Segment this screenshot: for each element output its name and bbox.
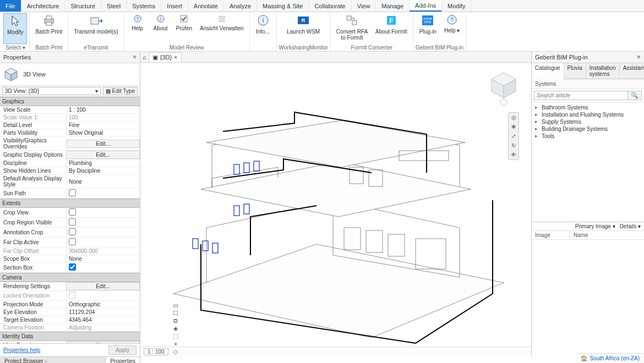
menu-tab-view[interactable]: View bbox=[352, 0, 376, 12]
view-control-icon[interactable]: ⌖ bbox=[172, 340, 179, 348]
tree-item[interactable]: Building Drainage Systems bbox=[534, 125, 642, 133]
tree-item[interactable]: Tools bbox=[534, 133, 642, 140]
viewcube[interactable] bbox=[487, 68, 520, 107]
prop-value[interactable]: Edit... bbox=[66, 140, 140, 148]
prop-value[interactable]: Edit... bbox=[66, 151, 140, 159]
primary-image-dropdown[interactable]: Primary Image ▾ bbox=[575, 223, 615, 229]
close-icon[interactable]: × bbox=[637, 53, 641, 61]
view-tab[interactable]: ▣ {3D} × bbox=[149, 52, 182, 62]
menu-tab-annotate[interactable]: Annotate bbox=[188, 0, 224, 12]
ribbon-convert-rfa-to-formit[interactable]: Convert RFAto FormIt bbox=[333, 13, 371, 44]
prop-section-header[interactable]: Camera bbox=[0, 273, 140, 282]
prop-value[interactable]: Orthographic bbox=[66, 301, 140, 308]
tree-item[interactable]: Supply Systems bbox=[534, 118, 642, 125]
locale-bar[interactable]: 🏠 South Africa (en-ZA) bbox=[576, 353, 644, 363]
menu-tab-collaborate[interactable]: Collaborate bbox=[309, 0, 351, 12]
prop-checkbox[interactable] bbox=[69, 238, 76, 245]
view-control-icon[interactable]: ▭ bbox=[172, 302, 179, 310]
steering-wheel-icon[interactable]: ◎ bbox=[511, 114, 516, 120]
prop-value[interactable] bbox=[66, 291, 140, 300]
lookaround-icon[interactable]: 👁 bbox=[511, 152, 516, 158]
prop-value[interactable]: Plumbing bbox=[66, 160, 140, 167]
model-canvas[interactable]: ◎ ✥ ⤢ ↻ 👁 1 : 100 ▭☐⧉◈⬚⌖◇⬡◫✦☰⤢< bbox=[140, 63, 531, 356]
prop-value[interactable] bbox=[66, 189, 140, 198]
bottom-tab[interactable]: Project Browser - Schueco_Building_Geber… bbox=[0, 357, 106, 363]
ribbon-pr-fen[interactable]: Prüfen bbox=[173, 13, 195, 44]
search-icon[interactable]: 🔍 bbox=[628, 91, 642, 100]
prop-value[interactable]: By Discipline bbox=[66, 167, 140, 174]
geberit-tab-pluvia[interactable]: Pluvia bbox=[564, 63, 586, 79]
ribbon-info-[interactable]: iInfo... bbox=[252, 13, 274, 50]
prop-checkbox[interactable] bbox=[69, 218, 76, 226]
edit-type-button[interactable]: ▦ Edit Type bbox=[103, 87, 138, 95]
geberit-tab-assistants[interactable]: Assistants bbox=[620, 63, 644, 79]
close-icon[interactable]: × bbox=[133, 53, 137, 61]
prop-checkbox[interactable] bbox=[69, 208, 76, 216]
menu-tab-add-ins[interactable]: Add-Ins bbox=[410, 0, 442, 12]
prop-checkbox[interactable] bbox=[69, 189, 76, 196]
prop-section-header[interactable]: Identity Data bbox=[0, 332, 140, 341]
prop-value[interactable] bbox=[66, 263, 140, 272]
tree-item[interactable]: Bathroom Systems bbox=[534, 104, 642, 111]
prop-value[interactable]: 11129.204 bbox=[66, 309, 140, 316]
view-control-icon[interactable]: ⧉ bbox=[172, 317, 179, 325]
apply-button[interactable]: Apply bbox=[108, 345, 137, 355]
details-dropdown[interactable]: Details ▾ bbox=[620, 223, 641, 229]
view-control-icon[interactable]: ◇ bbox=[172, 348, 179, 356]
bottom-tab[interactable]: Properties bbox=[106, 357, 140, 363]
menu-tab-manage[interactable]: Manage bbox=[376, 0, 410, 12]
prop-section-header[interactable]: Graphics bbox=[0, 97, 140, 106]
svg-point-49 bbox=[500, 99, 507, 106]
prop-value[interactable]: 1 : 100 bbox=[66, 106, 140, 113]
properties-type-header[interactable]: 3D View bbox=[0, 63, 140, 86]
prop-checkbox[interactable] bbox=[69, 263, 76, 271]
ribbon-batch-print[interactable]: Batch Print bbox=[32, 13, 66, 44]
menu-tab-analyze[interactable]: Analyze bbox=[224, 0, 257, 12]
zoom-icon[interactable]: ⤢ bbox=[511, 133, 516, 139]
home-icon[interactable]: ⌂ bbox=[143, 54, 146, 61]
prop-value[interactable]: 4345.464 bbox=[66, 316, 140, 323]
properties-help-link[interactable]: Properties help bbox=[3, 347, 40, 353]
ribbon-launch-wsm[interactable]: RLaunch WSM bbox=[283, 13, 323, 44]
view-control-icon[interactable]: ◈ bbox=[172, 325, 179, 333]
prop-value[interactable] bbox=[66, 228, 140, 237]
ribbon-about[interactable]: iAbout bbox=[150, 13, 172, 44]
prop-value[interactable]: None bbox=[66, 178, 140, 185]
prop-value[interactable] bbox=[66, 208, 140, 217]
menu-tab-insert[interactable]: Insert bbox=[161, 0, 188, 12]
prop-value[interactable] bbox=[66, 218, 140, 227]
menu-tab-systems[interactable]: Systems bbox=[127, 0, 161, 12]
prop-section-header[interactable]: Extents bbox=[0, 199, 140, 208]
tree-item[interactable]: Installation and Flushing Systems bbox=[534, 111, 642, 118]
menu-tab-file[interactable]: File bbox=[0, 0, 21, 12]
ribbon-about-formit[interactable]: FAbout FormIt bbox=[372, 13, 411, 44]
menu-tab-steel[interactable]: Steel bbox=[101, 0, 127, 12]
menu-tab-massing-site[interactable]: Massing & Site bbox=[257, 0, 309, 12]
view-control-icon[interactable]: ☐ bbox=[172, 310, 179, 317]
view-control-icon[interactable]: ⬡ bbox=[172, 356, 179, 357]
close-icon[interactable]: × bbox=[174, 54, 177, 61]
prop-checkbox[interactable] bbox=[69, 228, 76, 235]
prop-value[interactable]: Edit... bbox=[66, 282, 140, 290]
ribbon-modify[interactable]: Modify bbox=[3, 13, 27, 44]
orbit-icon[interactable]: ↻ bbox=[511, 142, 516, 148]
prop-value[interactable]: Show Original bbox=[66, 129, 140, 136]
view-control-icon[interactable]: ⬚ bbox=[172, 333, 179, 340]
prop-value[interactable]: Fine bbox=[66, 122, 140, 129]
instance-dropdown[interactable]: 3D View: {3D} ▾ bbox=[2, 87, 101, 95]
pan-icon[interactable]: ✥ bbox=[511, 124, 516, 130]
ribbon-help-[interactable]: ?Help ▾ bbox=[441, 13, 463, 44]
view-scale[interactable]: 1 : 100 bbox=[144, 348, 168, 355]
prop-value[interactable]: None bbox=[66, 255, 140, 262]
ribbon-plug-in[interactable]: KNOWHOWPlug-in bbox=[416, 13, 440, 44]
geberit-tab-catalogue[interactable]: Catalogue bbox=[532, 63, 564, 79]
menu-tab-structure[interactable]: Structure bbox=[65, 0, 101, 12]
menu-tab-architecture[interactable]: Architecture bbox=[21, 0, 66, 12]
menu-tab-modify[interactable]: Modify bbox=[442, 0, 471, 12]
ribbon-transmit-model-s-[interactable]: Transmit model(s) bbox=[70, 13, 121, 44]
ribbon-ansicht-verwalten[interactable]: Ansicht Verwalten bbox=[197, 13, 247, 44]
ribbon-help[interactable]: ?Help bbox=[127, 13, 149, 44]
search-input[interactable] bbox=[534, 91, 628, 100]
geberit-tab-installation-systems[interactable]: Installation systems bbox=[586, 63, 620, 79]
prop-value[interactable] bbox=[66, 238, 140, 247]
